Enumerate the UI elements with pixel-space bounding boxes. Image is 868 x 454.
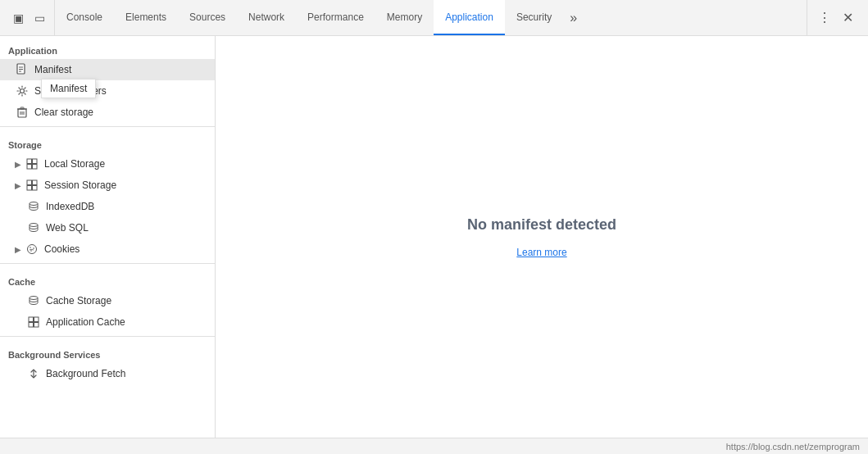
expand-local-storage-icon: ▶ [15,160,21,169]
svg-rect-16 [33,180,38,185]
grid-icon-app-cache [26,315,41,329]
svg-rect-26 [29,317,34,322]
main-panel: No manifest detected Learn more [216,36,868,438]
updown-icon [26,366,41,381]
sidebar-item-indexeddb[interactable]: IndexedDB [0,196,215,217]
local-storage-label: Local Storage [44,158,105,170]
tab-elements[interactable]: Elements [114,0,178,35]
svg-point-24 [30,250,32,252]
indexeddb-label: IndexedDB [46,201,94,212]
status-bar: https://blog.csdn.net/zemprogram [0,438,868,454]
sidebar-section-storage: Storage [0,130,215,153]
svg-rect-28 [29,323,34,328]
tab-bar-actions: ⋮ ✕ [807,0,865,35]
svg-point-22 [30,247,31,248]
svg-rect-13 [27,165,32,170]
sidebar-item-background-fetch[interactable]: Background Fetch [0,363,215,384]
manifest-tooltip: Manifest [41,79,96,98]
devtools-close-icon[interactable]: ✕ [837,7,858,29]
sidebar-item-cookies[interactable]: ▶ Cookies [0,238,215,260]
tab-network[interactable]: Network [237,0,296,35]
cursor-icon[interactable]: ▣ [10,10,26,26]
db-icon-sql [26,220,41,235]
svg-point-19 [30,202,38,206]
divider-1 [0,126,215,127]
sidebar-item-web-sql[interactable]: Web SQL [0,217,215,238]
sidebar-section-cache: Cache [0,267,215,290]
svg-rect-27 [34,317,39,322]
more-tabs-button[interactable]: » [563,0,584,35]
sidebar-item-application-cache[interactable]: Application Cache [0,311,215,333]
divider-2 [0,263,215,264]
session-storage-label: Session Storage [44,179,116,191]
sidebar-item-clear-storage[interactable]: Clear storage [0,102,215,123]
tab-bar: ▣ ▭ Console Elements Sources Network Per… [0,0,868,36]
grid-icon-local [25,157,39,171]
application-cache-label: Application Cache [46,316,125,328]
trash-icon [15,105,30,120]
svg-rect-29 [34,323,39,328]
svg-rect-12 [33,159,38,164]
no-manifest-title: No manifest detected [467,216,616,234]
background-fetch-label: Background Fetch [46,368,125,379]
cookie-icon [25,242,39,257]
main-content: Application Manifest Manifest [0,36,868,438]
svg-rect-7 [20,107,24,109]
db-icon-indexed [26,199,41,214]
gear-icon [15,84,30,98]
expand-cookies-icon: ▶ [15,245,21,254]
status-url: https://blog.csdn.net/zemprogram [726,442,860,452]
svg-rect-11 [27,159,32,164]
db-icon-cache [26,293,41,308]
manifest-label: Manifest [34,64,71,75]
svg-point-23 [33,247,34,249]
sidebar-section-background: Background Services [0,340,215,363]
divider-3 [0,336,215,337]
tab-performance[interactable]: Performance [296,0,375,35]
grid-icon-session [25,178,39,193]
clear-storage-label: Clear storage [34,107,93,118]
sidebar-item-session-storage[interactable]: ▶ Session Storage [0,175,215,196]
device-icon[interactable]: ▭ [31,10,48,26]
svg-point-4 [20,89,25,93]
file-icon [15,62,30,77]
sidebar-item-service-workers[interactable]: Service Workers [0,80,215,102]
tab-security[interactable]: Security [505,0,563,35]
learn-more-link[interactable]: Learn more [516,247,566,258]
sidebar-item-local-storage[interactable]: ▶ Local Storage [0,153,215,175]
sidebar-item-manifest[interactable]: Manifest Manifest [0,59,215,80]
devtools-menu-icon[interactable]: ⋮ [814,7,835,29]
web-sql-label: Web SQL [46,222,89,234]
tab-memory[interactable]: Memory [375,0,434,35]
svg-rect-17 [27,186,32,191]
svg-point-25 [30,297,38,300]
devtools-icons: ▣ ▭ [3,0,55,35]
svg-rect-18 [33,186,38,191]
cache-storage-label: Cache Storage [46,295,111,306]
svg-rect-14 [33,165,38,170]
tab-sources[interactable]: Sources [178,0,237,35]
tab-application[interactable]: Application [434,0,505,35]
cookies-label: Cookies [44,243,80,255]
tab-console[interactable]: Console [55,0,114,35]
expand-session-storage-icon: ▶ [15,181,21,190]
sidebar-section-application: Application [0,36,215,59]
svg-rect-15 [27,180,32,185]
sidebar-item-cache-storage[interactable]: Cache Storage [0,290,215,311]
tab-list: Console Elements Sources Network Perform… [55,0,807,35]
svg-point-20 [30,224,38,227]
sidebar: Application Manifest Manifest [0,36,216,438]
